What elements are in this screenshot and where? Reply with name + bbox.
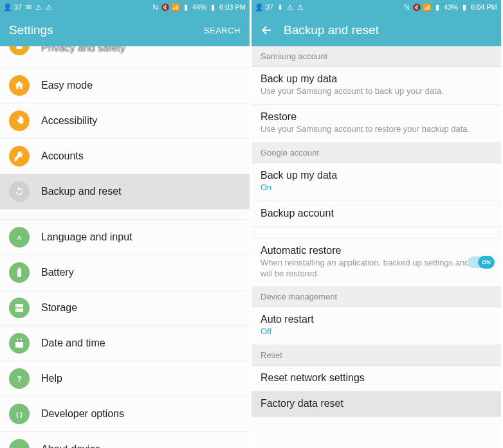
section-header: Google account (252, 143, 501, 163)
braces-icon: { } (9, 404, 30, 424)
settings-item-about-device[interactable]: i About device (0, 432, 250, 448)
svg-text:A: A (17, 234, 21, 241)
settings-item-label: Developer options (41, 408, 124, 420)
settings-list[interactable]: Privacy and safety Easy mode Accessibili… (0, 46, 250, 448)
row-subtitle: When reinstalling an application, backed… (261, 258, 492, 280)
row-auto-restart[interactable]: Auto restartOff (252, 307, 501, 345)
row-back-up-my-data[interactable]: Back up my dataOn (252, 163, 501, 201)
battery-icon (9, 262, 30, 283)
storage-icon (9, 298, 30, 318)
arrow-left-icon (261, 24, 273, 37)
svg-point-5 (17, 305, 18, 307)
row-factory-data-reset[interactable]: Factory data reset (252, 391, 501, 417)
settings-item-label: Storage (41, 302, 77, 314)
settings-item-backup-and-reset[interactable]: Backup and reset (0, 174, 250, 210)
settings-item-date-and-time[interactable]: Date and time (0, 326, 250, 361)
battery-icon: ▮ (209, 3, 217, 11)
app-bar: Settings SEARCH (0, 14, 250, 46)
row-subtitle: Off (261, 327, 492, 337)
settings-item-label: Date and time (41, 337, 105, 349)
settings-item-label: Language and input (41, 231, 132, 243)
reset-icon (9, 181, 30, 202)
row-reset-network-settings[interactable]: Reset network settings (252, 366, 501, 391)
settings-item-help[interactable]: ? Help (0, 361, 250, 397)
phone-right: 👤 37 ⬇ ⚠ ⚠ ℕ 🔇 📶 ▮ 43% ▮ 6:04 PM Backup … (252, 0, 503, 448)
hand-icon (9, 111, 30, 131)
row-subtitle: Use your Samsung account to restore your… (261, 124, 492, 135)
row-back-up-my-data[interactable]: Back up my dataUse your Samsung account … (252, 67, 501, 105)
wifi-icon: 📶 (423, 3, 431, 11)
svg-rect-8 (15, 340, 23, 342)
settings-item-label: About device (41, 444, 101, 448)
row-title: Backup account (261, 208, 492, 219)
row-title: Restore (261, 111, 492, 123)
settings-item-label: Easy mode (41, 80, 93, 91)
status-bar: 👤 37 ✉ ⚠ ⚠ ℕ 🔇 📶 ▮ 44% ▮ 6:03 PM (0, 0, 250, 14)
toggle-switch[interactable]: ON (468, 256, 493, 268)
warning-icon: ⚠ (286, 3, 294, 11)
search-button[interactable]: SEARCH (204, 26, 241, 35)
svg-rect-9 (17, 339, 18, 341)
nfc-icon: ℕ (403, 3, 410, 11)
signal-icon: ▮ (434, 3, 441, 11)
temp: 37 (14, 3, 22, 11)
row-automatic-restore[interactable]: Automatic restoreWhen reinstalling an ap… (252, 238, 501, 287)
section-header: Reset (252, 345, 501, 366)
temp: 37 (266, 3, 273, 11)
question-icon: ? (9, 368, 30, 389)
row-title: Reset network settings (261, 372, 492, 384)
status-bar: 👤 37 ⬇ ⚠ ⚠ ℕ 🔇 📶 ▮ 43% ▮ 6:04 PM (252, 0, 501, 14)
app-bar: Backup and reset (252, 14, 501, 46)
lock-icon (9, 46, 30, 55)
info-icon: i (9, 439, 30, 448)
page-title: Backup and reset (284, 23, 492, 37)
row-title: Automatic restore (261, 245, 492, 256)
phone-left: 👤 37 ✉ ⚠ ⚠ ℕ 🔇 📶 ▮ 44% ▮ 6:03 PM Setting… (0, 0, 252, 448)
warning-icon: ⚠ (45, 3, 53, 11)
section-header: Samsung account (252, 46, 501, 67)
svg-rect-10 (21, 339, 22, 341)
settings-item-label: Backup and reset (41, 186, 122, 197)
profile-icon: 👤 (255, 3, 263, 11)
settings-item-label: Accounts (41, 150, 84, 162)
back-button[interactable] (261, 24, 273, 37)
clock: 6:03 PM (219, 3, 246, 11)
settings-item-label: Privacy and safety (41, 46, 125, 54)
row-title: Back up my data (261, 170, 492, 181)
settings-item-privacy-and-safety[interactable]: Privacy and safety (0, 46, 250, 68)
signal-icon: ▮ (182, 3, 190, 11)
page-title: Settings (9, 23, 204, 37)
row-title: Back up my data (261, 73, 492, 85)
settings-item-label: Accessibility (41, 115, 97, 127)
mute-icon: 🔇 (413, 3, 421, 11)
settings-item-easy-mode[interactable]: Easy mode (0, 68, 250, 103)
row-title: Factory data reset (261, 398, 492, 409)
settings-item-developer-options[interactable]: { } Developer options (0, 397, 250, 432)
mute-icon: 🔇 (161, 3, 169, 11)
row-restore[interactable]: RestoreUse your Samsung account to resto… (252, 105, 501, 143)
svg-text:?: ? (17, 375, 21, 384)
row-title: Auto restart (261, 314, 492, 325)
section-header: Device management (252, 287, 501, 307)
battery-pct: 44% (192, 3, 206, 11)
settings-item-label: Battery (41, 267, 74, 278)
mail-icon: ✉ (24, 3, 32, 11)
svg-text:{ }: { } (16, 411, 23, 418)
settings-item-accessibility[interactable]: Accessibility (0, 103, 250, 139)
backup-reset-list[interactable]: Samsung accountBack up my dataUse your S… (252, 46, 501, 448)
settings-item-battery[interactable]: Battery (0, 255, 250, 291)
row-backup-account[interactable]: Backup account (252, 201, 501, 227)
toggle-knob: ON (478, 256, 495, 269)
nfc-icon: ℕ (151, 3, 159, 11)
home-icon (9, 75, 30, 96)
row-subtitle: On (261, 183, 492, 193)
battery-pct: 43% (444, 3, 458, 11)
settings-item-storage[interactable]: Storage (0, 291, 250, 326)
settings-item-language-and-input[interactable]: A Language and input (0, 220, 250, 255)
download-icon: ⬇ (276, 3, 284, 11)
row-subtitle: Use your Samsung account to back up your… (261, 86, 492, 97)
settings-item-accounts[interactable]: Accounts (0, 139, 250, 174)
svg-text:i: i (18, 446, 21, 449)
key-icon (9, 146, 30, 166)
settings-item-label: Help (41, 373, 62, 384)
